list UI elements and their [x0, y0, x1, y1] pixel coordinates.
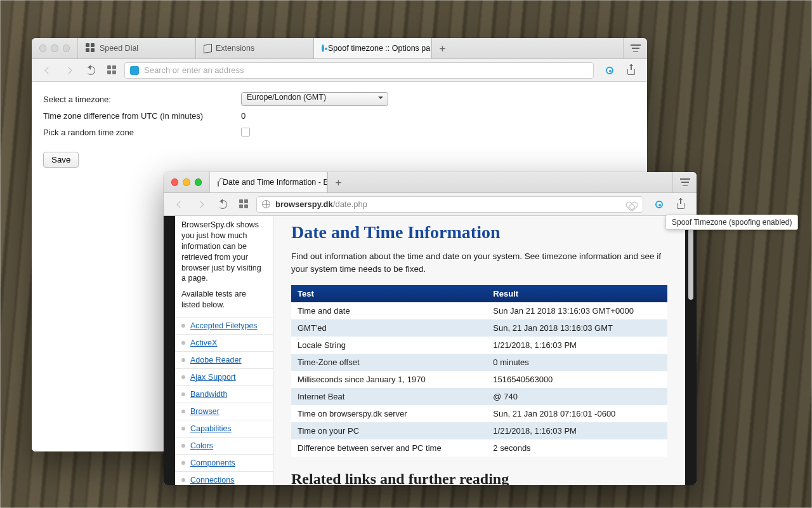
apps-icon [107, 65, 117, 76]
lock-icon [218, 181, 219, 187]
sidebar-item-link[interactable]: Capabilities [190, 424, 232, 433]
timezone-select[interactable]: Europe/London (GMT) [241, 92, 388, 106]
sidebar-item[interactable]: Components [175, 454, 273, 471]
share-button[interactable] [622, 62, 641, 79]
nav-back-button[interactable] [170, 196, 189, 213]
sidebar-intro: BrowserSpy.dk shows you just how much in… [175, 216, 273, 317]
table-cell-result: 1516540563000 [487, 371, 667, 388]
tab-spoof-timezone-options[interactable]: Spoof timezone :: Options pa [313, 38, 431, 58]
extension-spoof-timezone-button[interactable] [650, 196, 669, 213]
chevron-right-icon [196, 199, 206, 210]
table-cell-test: Internet Beat [291, 388, 487, 405]
sidebar-item-link[interactable]: ActiveX [190, 338, 217, 347]
site-identity-icon [130, 66, 139, 75]
pin-icon [322, 44, 324, 52]
window-menu-button[interactable] [623, 38, 647, 58]
table-row: Milliseconds since January 1, 1970151654… [291, 371, 667, 388]
table-row: Locale String1/21/2018, 1:16:03 PM [291, 337, 667, 354]
table-cell-result: Sun Jan 21 2018 13:16:03 GMT+0000 [487, 302, 667, 319]
sidebar-item-link[interactable]: Colors [190, 441, 213, 450]
sidebar-item-link[interactable]: Ajax Support [190, 373, 236, 382]
sidebar-item-link[interactable]: Adobe Reader [190, 356, 242, 364]
sidebar-item[interactable]: Connections [175, 471, 273, 485]
reload-button[interactable] [213, 196, 232, 213]
chevron-right-icon [64, 65, 74, 76]
tab-date-info[interactable]: Date and Time Information - B [209, 172, 327, 192]
sidebar: BrowserSpy.dk shows you just how much in… [175, 216, 273, 485]
toolbar [32, 59, 647, 82]
save-button[interactable]: Save [43, 152, 79, 168]
address-url: browserspy.dk/date.php [275, 199, 367, 209]
extension-tooltip: Spoof Timezone (spoofing enabled) [665, 215, 798, 230]
nav-forward-button[interactable] [60, 62, 79, 79]
pin-icon [606, 67, 613, 74]
new-tab-button[interactable]: + [431, 38, 453, 58]
window-menu-button[interactable] [672, 172, 697, 192]
timezone-select-value: Europe/London (GMT) [247, 93, 326, 102]
table-row: Time and dateSun Jan 21 2018 13:16:03 GM… [291, 302, 667, 319]
new-tab-button[interactable]: + [327, 172, 349, 192]
nav-back-button[interactable] [38, 62, 57, 79]
table-cell-result: 0 minutes [487, 354, 667, 371]
share-button[interactable] [671, 196, 690, 213]
menu-icon [680, 178, 690, 186]
sidebar-intro-text-2: Available tests are listed below. [181, 289, 266, 311]
reload-icon [86, 66, 95, 75]
scrollbar[interactable] [686, 216, 695, 485]
sidebar-item-link[interactable]: Bandwidth [190, 390, 227, 399]
table-row: Time-Zone offset0 minutes [291, 354, 667, 371]
window-traffic-lights[interactable] [164, 172, 209, 192]
plus-icon: + [440, 43, 446, 54]
sidebar-item-link[interactable]: Components [190, 458, 235, 467]
apps-button[interactable] [103, 62, 122, 79]
table-cell-test: Time on browserspy.dk server [291, 405, 487, 422]
table-cell-result: Sun, 21 Jan 2018 07:16:01 -0600 [487, 405, 667, 422]
utc-diff-value: 0 [241, 111, 246, 121]
address-input[interactable] [144, 65, 588, 75]
sidebar-item[interactable]: Colors [175, 437, 273, 454]
tab-label: Speed Dial [100, 44, 138, 53]
share-icon [627, 69, 635, 75]
page-body: BrowserSpy.dk shows you just how much in… [164, 216, 697, 485]
sidebar-list: Accepted FiletypesActiveXAdobe ReaderAja… [175, 317, 273, 485]
sidebar-item-link[interactable]: Connections [190, 476, 235, 485]
main-content: Date and Time Information Find out infor… [273, 216, 685, 485]
page-margin-left [164, 216, 175, 485]
timezone-select-label: Select a timezone: [43, 95, 233, 104]
table-cell-test: Time and date [291, 302, 487, 319]
sidebar-item[interactable]: Accepted Filetypes [175, 317, 273, 334]
sidebar-item[interactable]: ActiveX [175, 334, 273, 351]
reload-button[interactable] [81, 62, 100, 79]
window-traffic-lights[interactable] [32, 38, 77, 58]
table-header-test: Test [291, 285, 487, 302]
address-url-path: /date.php [333, 199, 367, 209]
tab-label: Extensions [216, 44, 254, 53]
address-bar[interactable] [124, 62, 594, 79]
related-heading: Related links and further reading [291, 471, 667, 485]
table-row: Time on your PC1/21/2018, 1:16:03 PM [291, 422, 667, 439]
tab-extensions[interactable]: Extensions [195, 38, 313, 58]
sidebar-item-link[interactable]: Accepted Filetypes [190, 321, 258, 330]
random-tz-label: Pick a random time zone [43, 128, 233, 137]
bookmark-heart-button[interactable] [624, 196, 638, 213]
table-cell-result: Sun, 21 Jan 2018 13:16:03 GMT [487, 319, 667, 337]
tab-label: Date and Time Information - B [223, 178, 327, 187]
sidebar-item[interactable]: Browser [175, 403, 273, 420]
table-cell-result: 2 seconds [487, 439, 667, 457]
sidebar-item[interactable]: Capabilities [175, 420, 273, 437]
extension-spoof-timezone-button[interactable] [600, 62, 619, 79]
sidebar-item[interactable]: Ajax Support [175, 368, 273, 385]
tab-speed-dial[interactable]: Speed Dial [77, 38, 195, 58]
apps-icon [239, 199, 249, 210]
random-tz-checkbox[interactable] [241, 128, 250, 137]
address-bar[interactable]: browserspy.dk/date.php [256, 196, 643, 213]
nav-forward-button[interactable] [192, 196, 211, 213]
apps-button[interactable] [235, 196, 254, 213]
browser-window-browserspy: Date and Time Information - B + browsers… [164, 172, 697, 485]
sidebar-item[interactable]: Bandwidth [175, 385, 273, 403]
page-subtitle: Find out information about the time and … [291, 250, 667, 275]
address-url-host: browserspy.dk [275, 199, 333, 209]
table-cell-result: 1/21/2018, 1:16:03 PM [487, 422, 667, 439]
sidebar-item-link[interactable]: Browser [190, 407, 219, 416]
sidebar-item[interactable]: Adobe Reader [175, 351, 273, 368]
